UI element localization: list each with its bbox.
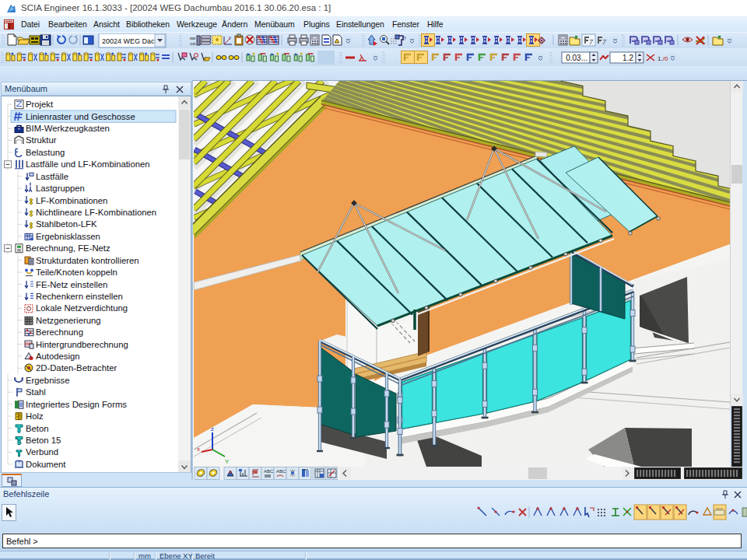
svg-text:Teile/Knoten koppeln: Teile/Knoten koppeln <box>36 268 117 277</box>
svg-text:Lokale Netzverdichtung: Lokale Netzverdichtung <box>36 303 128 313</box>
svg-text:Rechenkern einstellen: Rechenkern einstellen <box>36 292 123 301</box>
svg-text:Autodesign: Autodesign <box>36 352 80 361</box>
svg-text:0.03...: 0.03... <box>566 54 587 62</box>
svg-text:Ergebnisklassen: Ergebnisklassen <box>36 232 100 241</box>
svg-text:Netzgenerierung: Netzgenerierung <box>36 316 101 325</box>
svg-text:Beton 15: Beton 15 <box>26 436 61 445</box>
svg-text:Strukturdaten kontrollieren: Strukturdaten kontrollieren <box>36 256 139 265</box>
svg-text:Hintergrundberechnung: Hintergrundberechnung <box>36 340 128 349</box>
svg-text:Beton: Beton <box>26 424 49 433</box>
svg-text:Lastfälle und LF-Kombinationen: Lastfälle und LF-Kombinationen <box>26 159 150 169</box>
svg-text:7: 7 <box>602 38 607 46</box>
svg-text:cm: cm <box>190 41 196 47</box>
svg-text:Verbund: Verbund <box>26 447 58 457</box>
svg-text:2D-Daten-Betrachter: 2D-Daten-Betrachter <box>36 363 117 373</box>
svg-text:z: z <box>211 425 214 432</box>
svg-text:mm: mm <box>190 36 196 41</box>
svg-text:Linienraster und Geschosse: Linienraster und Geschosse <box>26 112 135 121</box>
svg-text:Holz: Holz <box>26 411 44 421</box>
svg-text:BIM-Werkzeugkasten: BIM-Werkzeugkasten <box>26 124 110 133</box>
svg-text:Lastgruppen: Lastgruppen <box>36 184 85 193</box>
svg-text:1./0: 1./0 <box>658 55 668 62</box>
svg-text:?: ? <box>403 36 406 41</box>
svg-text:FE-Netz einstellen: FE-Netz einstellen <box>36 280 107 289</box>
svg-text:Berechnung: Berechnung <box>36 327 83 337</box>
svg-text:ABC: ABC <box>276 469 286 474</box>
svg-text:Stahlbeton-LFK: Stahlbeton-LFK <box>36 219 97 229</box>
svg-text:Integriertes Design Forms: Integriertes Design Forms <box>26 400 127 409</box>
svg-text:x: x <box>197 446 200 453</box>
svg-text:Belastung: Belastung <box>26 148 65 157</box>
svg-text:Berechnung, FE-Netz: Berechnung, FE-Netz <box>26 243 110 253</box>
svg-text:ABC: ABC <box>264 469 274 474</box>
svg-text:y: y <box>229 35 231 40</box>
svg-text:Projekt: Projekt <box>26 100 54 109</box>
svg-text:Struktur: Struktur <box>26 135 57 145</box>
svg-text:Ergebnisse: Ergebnisse <box>26 376 70 385</box>
svg-text:20024 WEG Dachu: 20024 WEG Dachu <box>102 37 163 45</box>
svg-text:Lastfälle: Lastfälle <box>36 172 68 181</box>
svg-text:Dokument: Dokument <box>26 460 66 469</box>
svg-text:Nichtlineare LF-Kombinationen: Nichtlineare LF-Kombinationen <box>36 208 156 217</box>
svg-text:1.2: 1.2 <box>622 54 633 62</box>
svg-text:Stahl: Stahl <box>26 387 46 397</box>
svg-text:LF-Kombinationen: LF-Kombinationen <box>36 196 107 205</box>
svg-text:Y: Y <box>225 458 230 465</box>
